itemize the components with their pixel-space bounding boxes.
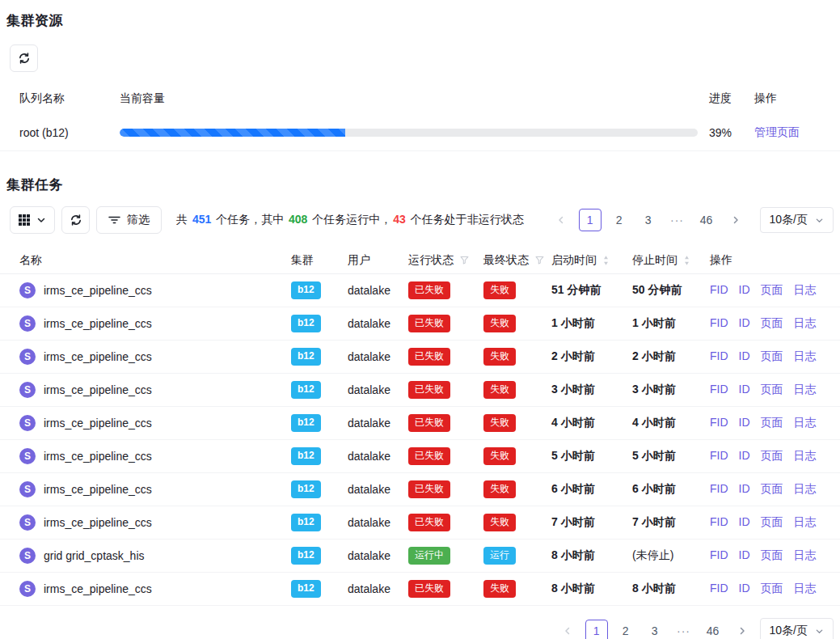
task-stop-time: 4 小时前 bbox=[632, 416, 710, 430]
task-action-link[interactable]: 页面 bbox=[761, 515, 783, 530]
task-actions-cell: FIDID页面日志 bbox=[710, 283, 834, 298]
task-action-link[interactable]: ID bbox=[739, 316, 750, 331]
task-action-link[interactable]: 日志 bbox=[794, 482, 817, 497]
task-action-link[interactable]: 日志 bbox=[794, 416, 817, 430]
task-action-link[interactable]: 日志 bbox=[794, 383, 817, 397]
task-action-link[interactable]: 页面 bbox=[761, 383, 783, 397]
pagination-ellipsis: ··· bbox=[673, 620, 695, 639]
task-start-time: 2 小时前 bbox=[551, 349, 632, 364]
task-start-time: 5 小时前 bbox=[551, 449, 632, 463]
column-label: 停止时间 bbox=[632, 253, 677, 268]
task-cluster-cell: b12 bbox=[291, 547, 348, 565]
task-action-link[interactable]: FID bbox=[710, 316, 728, 331]
task-action-link[interactable]: FID bbox=[710, 383, 728, 397]
task-action-link[interactable]: FID bbox=[710, 548, 728, 563]
filter-button[interactable]: 筛选 bbox=[96, 206, 162, 234]
task-action-link[interactable]: 日志 bbox=[794, 548, 817, 563]
task-name: irms_ce_pipeline_ccs bbox=[44, 516, 152, 529]
chevron-down-icon bbox=[36, 215, 46, 225]
pagination-next-button[interactable] bbox=[724, 209, 747, 231]
column-settings-button[interactable] bbox=[10, 206, 55, 234]
run-status-cell: 已失败 bbox=[408, 480, 483, 498]
task-action-link[interactable]: ID bbox=[739, 582, 750, 596]
pagination-prev-button[interactable] bbox=[556, 620, 579, 639]
avatar: S bbox=[19, 481, 36, 497]
task-action-link[interactable]: ID bbox=[739, 383, 750, 397]
task-action-link[interactable]: FID bbox=[710, 449, 728, 463]
run-status-cell: 已失败 bbox=[408, 315, 483, 332]
task-action-link[interactable]: 日志 bbox=[794, 582, 817, 596]
task-action-link[interactable]: 日志 bbox=[794, 316, 817, 331]
task-action-link[interactable]: FID bbox=[710, 582, 728, 596]
pagination-page-button[interactable]: 3 bbox=[637, 209, 660, 231]
task-action-link[interactable]: 页面 bbox=[761, 482, 783, 497]
task-cluster-cell: b12 bbox=[291, 348, 348, 366]
task-column-header: 停止时间 bbox=[632, 253, 710, 268]
run-status-badge: 已失败 bbox=[408, 348, 450, 366]
task-actions-cell: FIDID页面日志 bbox=[710, 482, 834, 497]
task-action-link[interactable]: 日志 bbox=[794, 349, 817, 364]
pagination-page-button[interactable]: 2 bbox=[608, 209, 631, 231]
task-cluster-cell: b12 bbox=[291, 580, 348, 598]
manage-page-link[interactable]: 管理页面 bbox=[754, 125, 800, 138]
task-user: datalake bbox=[348, 383, 408, 396]
task-name-cell: Sirms_ce_pipeline_ccs bbox=[19, 282, 291, 298]
filter-button-label: 筛选 bbox=[127, 213, 150, 227]
task-action-link[interactable]: 日志 bbox=[794, 515, 817, 530]
task-action-link[interactable]: 日志 bbox=[794, 449, 817, 463]
task-start-time: 51 分钟前 bbox=[551, 283, 632, 298]
task-column-header: 操作 bbox=[710, 253, 834, 268]
task-action-link[interactable]: ID bbox=[739, 482, 750, 497]
running-tasks-count: 408 bbox=[287, 213, 309, 226]
cluster-badge: b12 bbox=[291, 447, 321, 465]
task-action-link[interactable]: 日志 bbox=[794, 283, 817, 298]
task-action-link[interactable]: ID bbox=[739, 548, 750, 563]
task-action-link[interactable]: FID bbox=[710, 349, 728, 364]
task-action-link[interactable]: ID bbox=[739, 515, 750, 530]
task-action-link[interactable]: FID bbox=[710, 283, 728, 298]
sort-icon[interactable] bbox=[683, 255, 690, 266]
task-action-link[interactable]: FID bbox=[710, 515, 728, 530]
task-action-link[interactable]: ID bbox=[739, 416, 750, 430]
pagination-page-button[interactable]: 1 bbox=[579, 209, 602, 231]
resources-refresh-button[interactable] bbox=[10, 44, 38, 72]
chevron-down-icon bbox=[815, 216, 824, 225]
pagination-page-button[interactable]: 46 bbox=[695, 209, 718, 231]
pagination-page-button[interactable]: 1 bbox=[585, 620, 608, 639]
task-action-link[interactable]: 页面 bbox=[761, 582, 783, 596]
run-status-cell: 已失败 bbox=[408, 381, 483, 399]
pagination-page-button[interactable]: 3 bbox=[644, 620, 666, 639]
pagination-page-button[interactable]: 46 bbox=[702, 620, 724, 639]
pagination-next-button[interactable] bbox=[731, 620, 753, 639]
sort-icon[interactable] bbox=[602, 255, 610, 266]
task-action-link[interactable]: ID bbox=[739, 349, 750, 364]
task-action-link[interactable]: 页面 bbox=[761, 349, 783, 364]
task-action-link[interactable]: FID bbox=[710, 482, 728, 497]
task-stop-time: 1 小时前 bbox=[632, 316, 710, 331]
pagination-page-button[interactable]: 2 bbox=[614, 620, 637, 639]
final-status-cell: 失败 bbox=[483, 281, 551, 299]
task-cluster-cell: b12 bbox=[291, 281, 348, 299]
filter-icon[interactable] bbox=[534, 255, 545, 265]
task-action-link[interactable]: 页面 bbox=[761, 548, 783, 563]
task-action-link[interactable]: 页面 bbox=[761, 416, 783, 430]
task-actions-cell: FIDID页面日志 bbox=[710, 449, 834, 463]
summary-text: 个任务处于非运行状态 bbox=[407, 213, 524, 226]
task-name: grid grid_cptask_his bbox=[44, 549, 145, 562]
task-user: datalake bbox=[348, 284, 408, 297]
task-action-link[interactable]: ID bbox=[739, 449, 750, 463]
filter-icon[interactable] bbox=[459, 255, 470, 265]
task-action-link[interactable]: ID bbox=[739, 283, 750, 298]
refresh-icon bbox=[18, 52, 31, 65]
pagination-prev-button[interactable] bbox=[550, 209, 572, 231]
page-size-select[interactable]: 10条/页 bbox=[760, 207, 834, 233]
task-action-link[interactable]: 页面 bbox=[761, 316, 783, 331]
tasks-refresh-button[interactable] bbox=[61, 206, 90, 234]
task-action-link[interactable]: 页面 bbox=[761, 283, 783, 298]
task-action-link[interactable]: 页面 bbox=[761, 449, 783, 463]
progress-percent: 39% bbox=[709, 126, 754, 139]
page-size-select[interactable]: 10条/页 bbox=[760, 618, 834, 639]
cluster-tasks-section: 集群任务 bbox=[0, 176, 840, 639]
grid-icon bbox=[19, 214, 30, 226]
task-action-link[interactable]: FID bbox=[710, 416, 728, 430]
